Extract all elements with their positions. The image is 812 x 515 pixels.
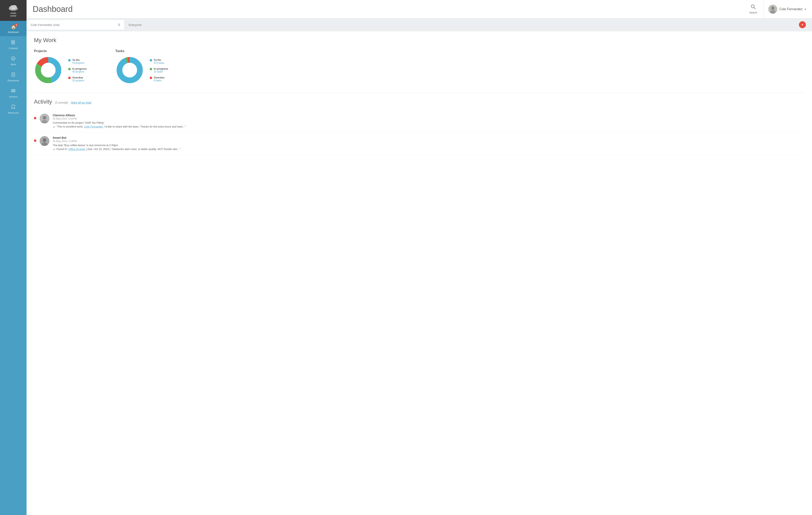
user-filter-dropdown[interactable]: Cole Fernandez (me) ⇅ xyxy=(27,20,124,30)
sidebar-item-label: Work xyxy=(10,63,16,65)
svg-point-7 xyxy=(12,9,13,9)
activity-item: Smart Bot 05 May 2016, 4:19PM The task “… xyxy=(34,132,805,155)
svg-line-20 xyxy=(754,7,756,9)
logo-text: smart center xyxy=(10,12,17,17)
legend-name: In progress xyxy=(72,67,87,70)
activity-item: Clarence Allison 05 May 2016, 4:20PM Com… xyxy=(34,110,805,132)
svg-point-36 xyxy=(43,138,46,142)
activity-quote-text: Found In: Office Errands | Due: Oct 15, … xyxy=(56,147,180,151)
legend-item-todo: To Do 470 tasks xyxy=(150,58,168,64)
section-divider xyxy=(34,92,805,93)
add-button[interactable]: + xyxy=(799,21,806,28)
sidebar-item-invoices[interactable]: Invoices xyxy=(0,85,27,101)
sidebar-item-label: Resources xyxy=(8,112,19,114)
sidebar-item-resources[interactable]: Resources xyxy=(0,101,27,117)
unread-indicator xyxy=(34,139,36,142)
svg-rect-8 xyxy=(12,40,14,44)
sidebar-item-documents[interactable]: Documents xyxy=(0,69,27,85)
activity-timestamp: 05 May 2016, 4:20PM xyxy=(53,117,805,120)
legend-count: 6 tasks xyxy=(154,79,165,82)
mark-all-read-button[interactable]: Mark all as read xyxy=(71,101,91,104)
svg-point-9 xyxy=(12,41,14,43)
legend-dot-todo xyxy=(150,59,152,61)
avatar xyxy=(39,136,50,146)
selected-user-label: Cole Fernandez (me) xyxy=(31,23,118,27)
legend-count: 20 projects xyxy=(72,79,84,82)
tasks-chart-content: To Do 470 tasks In progress 15 tasks xyxy=(115,56,168,84)
cloud-icon xyxy=(8,4,19,11)
legend-count: 470 tasks xyxy=(154,61,164,64)
main-content: Dashboard Search Cole Fernandez ▾ xyxy=(27,0,812,515)
projects-chart-block: Projects xyxy=(34,49,87,84)
svg-point-31 xyxy=(123,64,136,76)
legend-item-todo: To Do 53 projects xyxy=(68,58,87,64)
tasks-chart-title: Tasks xyxy=(115,49,168,53)
svg-point-4 xyxy=(11,8,12,9)
search-button[interactable]: Search xyxy=(743,0,763,18)
unread-count: (3 unread) xyxy=(55,101,68,104)
legend-name: Overdue xyxy=(72,76,84,79)
svg-rect-15 xyxy=(11,89,15,92)
activity-action-text: The task “Buy coffee beans” is due tomor… xyxy=(53,144,805,147)
legend-item-overdue: Overdue 6 tasks xyxy=(150,76,168,82)
sidebar-item-dashboard[interactable]: 🏠 3 Dashboard xyxy=(0,21,27,36)
activity-timestamp: 05 May 2016, 4:19PM xyxy=(53,140,805,143)
svg-point-10 xyxy=(11,57,15,60)
legend-dot-inprogress xyxy=(68,68,71,70)
legend-dot-overdue xyxy=(150,77,152,79)
legend-item-inprogress: In progress 15 tasks xyxy=(150,67,168,73)
activity-link[interactable]: Cole Fernandez xyxy=(84,125,103,128)
documents-icon xyxy=(11,72,16,78)
chevron-down-icon: ▾ xyxy=(805,8,806,10)
projects-chart-title: Projects xyxy=(34,49,87,53)
dashboard-icon: 🏠 3 xyxy=(10,25,16,30)
user-name: Cole Fernandez xyxy=(779,7,803,11)
check-icon: ✔ xyxy=(53,148,55,151)
charts-row: Projects xyxy=(34,49,805,84)
activity-link[interactable]: Office Errands xyxy=(68,147,85,151)
sidebar-item-label: Dashboard xyxy=(8,31,19,33)
activity-list: Clarence Allison 05 May 2016, 4:20PM Com… xyxy=(34,110,805,155)
view-label: Everyone xyxy=(129,23,142,27)
unread-indicator xyxy=(34,117,36,119)
svg-point-16 xyxy=(13,90,14,91)
avatar xyxy=(39,114,50,124)
app-header: Dashboard Search Cole Fernandez ▾ xyxy=(27,0,812,18)
plus-icon: + xyxy=(801,22,804,27)
my-work-section: My Work Projects xyxy=(34,37,805,84)
sidebar-item-contacts[interactable]: Contacts xyxy=(0,36,27,52)
page-title: Dashboard xyxy=(33,4,743,14)
activity-title: Activity xyxy=(34,99,52,105)
activity-person-name: Clarence Allison xyxy=(53,114,805,117)
svg-point-27 xyxy=(42,64,54,76)
sidebar: smart center 🏠 3 Dashboard Contacts xyxy=(0,0,27,515)
my-work-title: My Work xyxy=(34,37,805,44)
sort-arrows-icon: ⇅ xyxy=(118,23,120,27)
legend-name: In progress xyxy=(154,67,168,70)
legend-count: 15 tasks xyxy=(154,70,168,73)
sidebar-item-work[interactable]: Work xyxy=(0,52,27,69)
projects-donut-chart xyxy=(34,56,62,84)
activity-quote: ✔ Found In: Office Errands | Due: Oct 15… xyxy=(53,147,805,151)
activity-person-name: Smart Bot xyxy=(53,136,805,139)
sidebar-item-label: Invoices xyxy=(9,96,17,98)
activity-quote-text: "This is excellent work, Cole Fernandez.… xyxy=(56,125,185,128)
activity-action-text: Commented on thr project “1040 Tax Filli… xyxy=(53,121,805,124)
check-icon: ✔ xyxy=(53,125,55,129)
svg-point-5 xyxy=(13,8,13,8)
tasks-legend: To Do 470 tasks In progress 15 tasks xyxy=(150,58,168,82)
sidebar-item-label: Contacts xyxy=(9,47,18,50)
contacts-icon xyxy=(11,40,16,46)
legend-dot-inprogress xyxy=(150,68,152,70)
activity-body: Clarence Allison 05 May 2016, 4:20PM Com… xyxy=(53,114,805,129)
view-filter: Everyone + xyxy=(124,18,812,31)
legend-item-inprogress: In progress 45 projects xyxy=(68,67,87,73)
tasks-chart-block: Tasks xyxy=(115,49,168,84)
sidebar-navigation: 🏠 3 Dashboard Contacts xyxy=(0,21,27,117)
projects-chart-content: To Do 53 projects In progress 45 project… xyxy=(34,56,87,84)
invoices-icon xyxy=(11,88,16,94)
resources-icon xyxy=(11,104,16,111)
user-menu[interactable]: Cole Fernandez ▾ xyxy=(763,5,806,14)
filter-bar: Cole Fernandez (me) ⇅ Everyone + xyxy=(27,18,812,31)
svg-point-6 xyxy=(14,8,15,9)
